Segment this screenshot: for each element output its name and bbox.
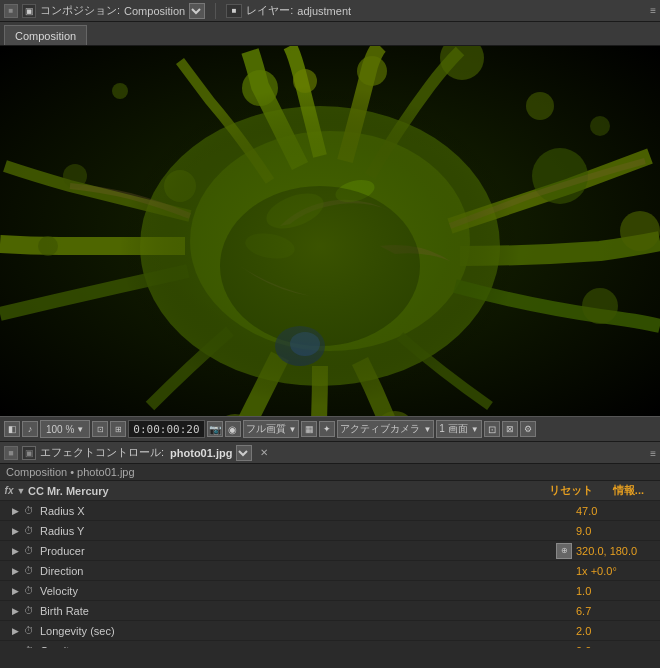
svg-point-24 bbox=[120, 86, 520, 406]
direction-row[interactable]: ▶ ⏱ Direction 1x +0.0° bbox=[0, 561, 660, 581]
effects-title-file: photo01.jpg bbox=[170, 447, 232, 459]
radius-x-value[interactable]: 47.0 bbox=[576, 505, 656, 517]
composition-label: コンポジション: bbox=[40, 3, 120, 18]
zoom-reset-icon[interactable]: ⊞ bbox=[110, 421, 126, 437]
composition-title-segment: コンポジション: Composition ▼ ■ レイヤー: adjustmen… bbox=[40, 3, 351, 19]
screen-arrow: ▼ bbox=[471, 425, 479, 434]
effect-cc-mercury-header[interactable]: fx ▼ CC Mr. Mercury リセット 情報... bbox=[0, 481, 660, 501]
svg-point-9 bbox=[582, 288, 618, 324]
producer-value[interactable]: 320.0, 180.0 bbox=[576, 545, 656, 557]
birth-rate-row[interactable]: ▶ ⏱ Birth Rate 6.7 bbox=[0, 601, 660, 621]
effects-title-bar: ■ ▣ エフェクトコントロール: photo01.jpg ▼ ✕ ≡ bbox=[0, 442, 660, 464]
radius-y-value[interactable]: 9.0 bbox=[576, 525, 656, 537]
zoom-control[interactable]: 100 % ▼ bbox=[40, 420, 90, 438]
color-icon[interactable]: ◉ bbox=[225, 421, 241, 437]
screen-dropdown[interactable]: 1 画面 ▼ bbox=[436, 420, 481, 438]
composition-dropdown[interactable]: ▼ bbox=[189, 3, 205, 19]
composition-tab[interactable]: Composition bbox=[4, 25, 87, 45]
view-label: アクティブカメラ bbox=[340, 422, 420, 436]
expand-direction[interactable]: ▶ bbox=[10, 566, 20, 576]
stopwatch-icon-radius-x[interactable]: ⏱ bbox=[22, 504, 36, 518]
longevity-label: Longevity (sec) bbox=[40, 625, 576, 637]
composition-name: Composition bbox=[124, 5, 185, 17]
velocity-value[interactable]: 1.0 bbox=[576, 585, 656, 597]
effects-panel: ■ ▣ エフェクトコントロール: photo01.jpg ▼ ✕ ≡ Compo… bbox=[0, 442, 660, 648]
quality-icon2[interactable]: ▦ bbox=[301, 421, 317, 437]
zoom-dropdown-arrow: ▼ bbox=[76, 425, 84, 434]
expand-birth-rate[interactable]: ▶ bbox=[10, 606, 20, 616]
menu-icon[interactable]: ≡ bbox=[650, 5, 656, 16]
expand-producer[interactable]: ▶ bbox=[10, 546, 20, 556]
svg-point-22 bbox=[526, 92, 554, 120]
longevity-value[interactable]: 2.0 bbox=[576, 625, 656, 637]
toggle-panel-icon[interactable]: ◧ bbox=[4, 421, 20, 437]
svg-point-21 bbox=[112, 83, 128, 99]
quality-label: フル画質 bbox=[246, 422, 286, 436]
expand-radius-y[interactable]: ▶ bbox=[10, 526, 20, 536]
svg-point-5 bbox=[357, 56, 387, 86]
stopwatch-icon-birth-rate[interactable]: ⏱ bbox=[22, 604, 36, 618]
effects-sub-header-text: Composition • photo01.jpg bbox=[6, 466, 135, 478]
quality-dropdown[interactable]: フル画質 ▼ bbox=[243, 420, 300, 438]
render-icon[interactable]: ⊡ bbox=[484, 421, 500, 437]
layer-icon: ■ bbox=[226, 4, 242, 18]
info-button[interactable]: 情報... bbox=[613, 483, 644, 498]
stopwatch-icon-producer[interactable]: ⏱ bbox=[22, 544, 36, 558]
view-dropdown[interactable]: アクティブカメラ ▼ bbox=[337, 420, 434, 438]
stopwatch-icon-longevity[interactable]: ⏱ bbox=[22, 624, 36, 638]
crosshair-icon[interactable]: ⊕ bbox=[556, 543, 572, 559]
birth-rate-value[interactable]: 6.7 bbox=[576, 605, 656, 617]
effects-list[interactable]: fx ▼ CC Mr. Mercury リセット 情報... ▶ ⏱ Radiu… bbox=[0, 481, 660, 648]
camera-icon[interactable]: 📷 bbox=[207, 421, 223, 437]
radius-y-label: Radius Y bbox=[40, 525, 576, 537]
stopwatch-icon-direction[interactable]: ⏱ bbox=[22, 564, 36, 578]
velocity-label: Velocity bbox=[40, 585, 576, 597]
app-icon2: ▣ bbox=[22, 4, 36, 18]
gravity-row[interactable]: ▶ ⏱ Gravity 0.0 bbox=[0, 641, 660, 648]
expand-radius-x[interactable]: ▶ bbox=[10, 506, 20, 516]
layer-label: レイヤー: bbox=[246, 3, 293, 18]
expand-longevity[interactable]: ▶ bbox=[10, 626, 20, 636]
fx-toggle[interactable]: fx bbox=[4, 486, 14, 496]
expand-velocity[interactable]: ▶ bbox=[10, 586, 20, 596]
stopwatch-icon-radius-y[interactable]: ⏱ bbox=[22, 524, 36, 538]
effects-title-dropdown[interactable]: ▼ bbox=[236, 445, 252, 461]
title-divider bbox=[215, 3, 216, 19]
screen-label: 1 画面 bbox=[439, 422, 467, 436]
stopwatch-icon-gravity[interactable]: ⏱ bbox=[22, 644, 36, 649]
quality-arrow: ▼ bbox=[289, 425, 297, 434]
title-right: ≡ bbox=[650, 5, 656, 16]
viewport bbox=[0, 46, 660, 416]
output-icon[interactable]: ⊠ bbox=[502, 421, 518, 437]
effects-close-icon[interactable]: ✕ bbox=[260, 447, 268, 458]
zoom-label: 100 % bbox=[46, 424, 74, 435]
effect-name-label: CC Mr. Mercury bbox=[28, 485, 489, 497]
effects-sub-header: Composition • photo01.jpg bbox=[0, 464, 660, 481]
effect-icon[interactable]: ✦ bbox=[319, 421, 335, 437]
gravity-label: Gravity bbox=[40, 645, 576, 649]
view-arrow: ▼ bbox=[423, 425, 431, 434]
expand-toggle[interactable]: ▼ bbox=[16, 486, 26, 496]
radius-x-label: Radius X bbox=[40, 505, 576, 517]
stopwatch-icon-velocity[interactable]: ⏱ bbox=[22, 584, 36, 598]
effects-title-label: エフェクトコントロール: bbox=[40, 445, 164, 460]
producer-row[interactable]: ▶ ⏱ Producer ⊕ 320.0, 180.0 bbox=[0, 541, 660, 561]
svg-point-8 bbox=[620, 211, 660, 251]
velocity-row[interactable]: ▶ ⏱ Velocity 1.0 bbox=[0, 581, 660, 601]
radius-y-row[interactable]: ▶ ⏱ Radius Y 9.0 bbox=[0, 521, 660, 541]
radius-x-row[interactable]: ▶ ⏱ Radius X 47.0 bbox=[0, 501, 660, 521]
direction-label: Direction bbox=[40, 565, 576, 577]
layer-name: adjustment bbox=[297, 5, 351, 17]
settings-icon[interactable]: ⚙ bbox=[520, 421, 536, 437]
expand-gravity[interactable]: ▶ bbox=[10, 646, 20, 649]
gravity-value[interactable]: 0.0 bbox=[576, 645, 656, 649]
direction-value[interactable]: 1x +0.0° bbox=[576, 565, 656, 577]
zoom-fit-icon[interactable]: ⊡ bbox=[92, 421, 108, 437]
effects-menu-icon[interactable]: ≡ bbox=[650, 447, 656, 459]
timecode[interactable]: 0:00:00:20 bbox=[128, 420, 204, 438]
viewport-canvas bbox=[0, 46, 660, 416]
audio-icon[interactable]: ♪ bbox=[22, 421, 38, 437]
viewport-controls-bar: ◧ ♪ 100 % ▼ ⊡ ⊞ 0:00:00:20 📷 ◉ フル画質 ▼ ▦ … bbox=[0, 416, 660, 442]
longevity-row[interactable]: ▶ ⏱ Longevity (sec) 2.0 bbox=[0, 621, 660, 641]
reset-button[interactable]: リセット bbox=[549, 483, 593, 498]
